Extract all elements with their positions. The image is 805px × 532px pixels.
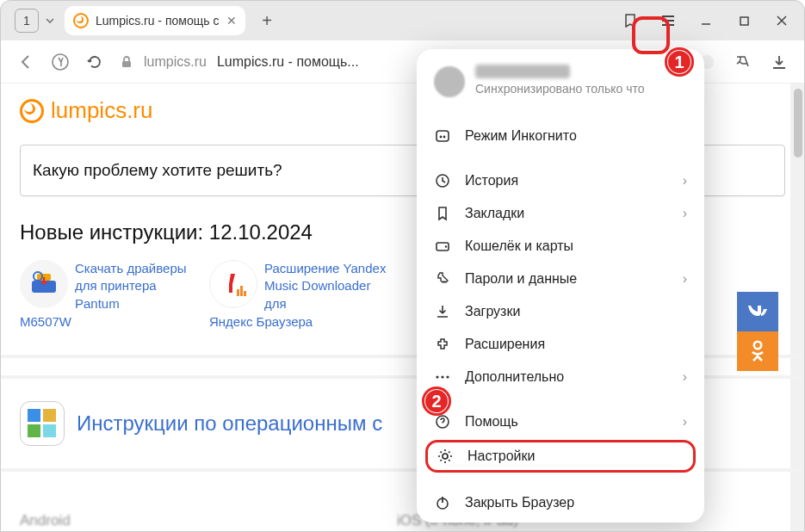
svg-rect-11	[437, 131, 449, 141]
card-group-2: Расширение Yandex Music Downloader для Я…	[209, 260, 390, 329]
menu-wallet[interactable]: Кошелёк и карты	[417, 230, 704, 263]
annotation-badge-2: 2	[422, 387, 451, 416]
translate-icon[interactable]	[734, 53, 752, 71]
main-menu-dropdown: Синхронизировано только что Режим Инкогн…	[417, 49, 704, 523]
more-icon	[434, 368, 451, 386]
annotation-badge-1: 1	[665, 47, 694, 77]
menu-history[interactable]: История ›	[417, 164, 704, 197]
card-yamusic-extra[interactable]: Яндекс Браузера	[209, 312, 390, 329]
passwords-icon	[434, 270, 451, 288]
card-pantum-extra[interactable]: M6507W	[20, 312, 201, 329]
svg-point-13	[443, 136, 446, 139]
tab-close-icon[interactable]: ✕	[226, 14, 237, 28]
back-button[interactable]	[16, 53, 35, 71]
lock-icon	[120, 55, 133, 69]
menu-help[interactable]: Помощь ›	[417, 405, 704, 438]
chevron-right-icon: ›	[683, 369, 687, 385]
menu-help-label: Помощь	[465, 414, 669, 430]
yandex-home-icon[interactable]	[51, 53, 70, 71]
menu-extensions-label: Расширения	[465, 337, 687, 352]
svg-rect-7	[237, 289, 239, 296]
browser-window: 1 Lumpics.ru - помощь с ✕ +	[0, 0, 805, 532]
menu-history-label: История	[465, 173, 669, 189]
menu-settings-label: Настройки	[468, 448, 684, 464]
logo-icon	[20, 99, 44, 123]
account-name-blurred	[475, 65, 570, 78]
avatar	[434, 66, 465, 97]
menu-downloads-label: Загрузки	[465, 304, 687, 319]
window-close-button[interactable]	[763, 2, 801, 40]
chevron-right-icon: ›	[683, 206, 687, 221]
svg-point-21	[443, 454, 448, 459]
bookmarks-icon	[434, 205, 451, 222]
svg-rect-9	[244, 291, 246, 296]
svg-point-18	[441, 375, 443, 378]
chevron-right-icon: ›	[683, 271, 687, 287]
printer-icon	[20, 260, 68, 308]
menu-incognito[interactable]: Режим Инкогнито	[417, 120, 704, 152]
tab-title: Lumpics.ru - помощь с	[96, 14, 220, 28]
extensions-icon	[434, 336, 451, 353]
window-maximize-button[interactable]	[725, 2, 763, 40]
card-pantum-text: Скачать драйверы для принтера Pantum	[75, 260, 201, 312]
logo-text: lumpics.ru	[51, 97, 152, 124]
svg-point-12	[440, 136, 443, 139]
os-title: Инструкции по операционным с	[77, 411, 382, 436]
tab-favicon-icon	[73, 13, 89, 28]
svg-point-16	[445, 245, 447, 247]
os-grid-icon	[20, 401, 65, 446]
hamburger-menu-button[interactable]	[649, 2, 687, 40]
url-host: lumpics.ru	[144, 54, 207, 70]
gear-icon	[437, 448, 454, 465]
wallet-icon	[434, 238, 451, 255]
menu-extensions[interactable]: Расширения	[417, 328, 704, 361]
sync-status: Синхронизировано только что	[475, 82, 645, 96]
history-icon	[434, 172, 451, 189]
vk-button[interactable]	[737, 292, 778, 331]
bookmark-flag-icon[interactable]	[611, 2, 649, 40]
address-right-icons	[697, 53, 789, 71]
window-minimize-button[interactable]	[687, 2, 725, 40]
svg-point-1	[53, 54, 68, 70]
social-buttons	[737, 292, 778, 371]
power-icon	[434, 494, 451, 511]
menu-bookmarks-label: Закладки	[465, 206, 669, 221]
chevron-right-icon: ›	[683, 414, 687, 430]
menu-passwords-label: Пароли и данные	[465, 271, 669, 287]
new-tab-button[interactable]: +	[254, 8, 280, 34]
url-title: Lumpics.ru - помощь...	[217, 54, 359, 70]
menu-more-label: Дополнительно	[465, 369, 669, 385]
card-group-1: Скачать драйверы для принтера Pantum M65…	[20, 260, 201, 329]
menu-account-header[interactable]: Синхронизировано только что	[417, 56, 704, 108]
window-controls	[611, 1, 801, 40]
menu-downloads[interactable]: Загрузки	[417, 295, 704, 328]
active-tab[interactable]: Lumpics.ru - помощь с ✕	[65, 6, 245, 35]
svg-point-19	[446, 375, 449, 378]
downloads-icon	[434, 303, 451, 320]
svg-rect-2	[122, 61, 131, 67]
menu-settings[interactable]: Настройки	[425, 440, 696, 473]
svg-rect-0	[740, 17, 748, 25]
tab-count-box[interactable]: 1	[15, 9, 39, 33]
menu-close-label: Закрыть Браузер	[465, 495, 687, 510]
menu-incognito-label: Режим Инкогнито	[465, 128, 687, 144]
svg-point-10	[754, 342, 761, 349]
help-icon	[434, 413, 451, 430]
card-pantum[interactable]: Скачать драйверы для принтера Pantum	[20, 260, 201, 312]
reload-button[interactable]	[85, 53, 104, 71]
yandex-icon	[209, 260, 257, 308]
menu-close-browser[interactable]: Закрыть Браузер	[417, 486, 704, 519]
svg-rect-8	[240, 286, 243, 296]
footer-android[interactable]: Android	[20, 512, 71, 529]
menu-passwords[interactable]: Пароли и данные ›	[417, 263, 704, 295]
svg-point-17	[436, 375, 438, 378]
menu-bookmarks[interactable]: Закладки ›	[417, 197, 704, 230]
card-yamusic-text: Расширение Yandex Music Downloader для	[264, 260, 390, 312]
tab-count-dropdown[interactable]	[42, 9, 58, 33]
ok-button[interactable]	[737, 331, 778, 371]
card-yamusic[interactable]: Расширение Yandex Music Downloader для	[209, 260, 390, 312]
account-text: Синхронизировано только что	[475, 65, 645, 97]
chevron-right-icon: ›	[683, 173, 687, 189]
menu-more[interactable]: Дополнительно ›	[417, 361, 704, 393]
download-button[interactable]	[770, 53, 789, 71]
